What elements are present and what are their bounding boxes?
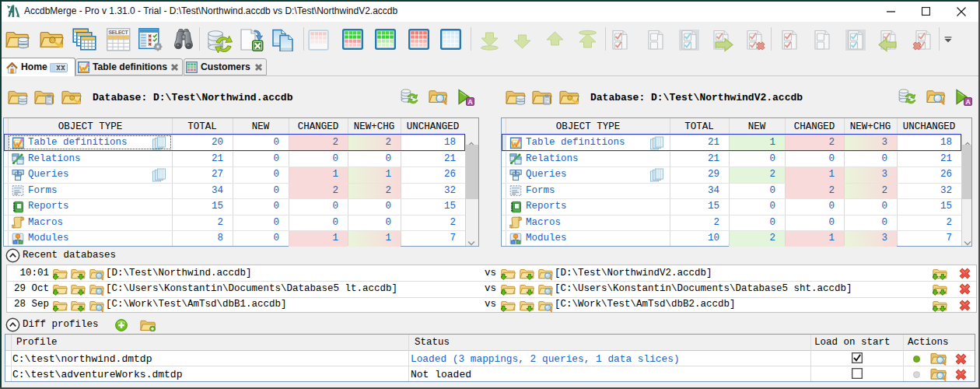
svg-text:SELECT: SELECT xyxy=(108,29,128,36)
svg-text:A: A xyxy=(467,98,472,106)
svg-text:A: A xyxy=(965,98,970,106)
